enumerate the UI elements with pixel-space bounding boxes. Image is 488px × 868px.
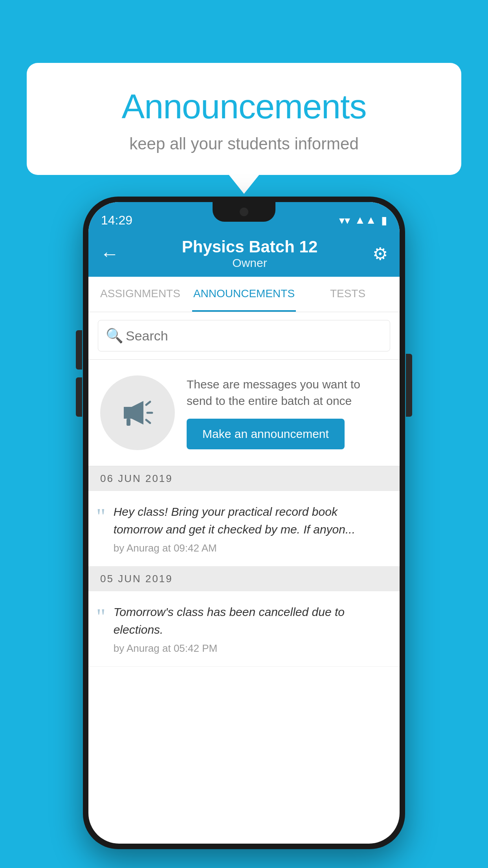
announcement-content-2: Tomorrow's class has been cancelled due … bbox=[114, 603, 388, 655]
settings-icon[interactable]: ⚙ bbox=[372, 244, 388, 264]
svg-line-2 bbox=[146, 402, 150, 405]
tab-announcements[interactable]: ANNOUNCEMENTS bbox=[192, 277, 296, 312]
app-bar-title: Physics Batch 12 bbox=[127, 237, 372, 256]
content-scroll: 🔍 bbox=[88, 312, 400, 844]
signal-icon: ▲▲ bbox=[355, 214, 376, 226]
announcement-item-1[interactable]: " Hey class! Bring your practical record… bbox=[88, 491, 400, 566]
announcement-prompt-text: These are messages you want to send to t… bbox=[187, 376, 388, 409]
phone-notch bbox=[213, 202, 275, 222]
status-time: 14:29 bbox=[101, 213, 132, 228]
back-button[interactable]: ← bbox=[100, 243, 119, 265]
make-announcement-button[interactable]: Make an announcement bbox=[187, 419, 345, 449]
announcement-meta-1: by Anurag at 09:42 AM bbox=[114, 542, 388, 554]
megaphone-icon bbox=[118, 393, 157, 432]
date-separator-jun5: 05 JUN 2019 bbox=[88, 566, 400, 591]
quote-icon-2: " bbox=[96, 605, 106, 655]
announcement-item-2[interactable]: " Tomorrow's class has been cancelled du… bbox=[88, 591, 400, 667]
side-button-volume-up bbox=[76, 330, 82, 370]
search-icon: 🔍 bbox=[106, 327, 123, 344]
date-separator-jun6: 06 JUN 2019 bbox=[88, 466, 400, 491]
announcement-text-2: Tomorrow's class has been cancelled due … bbox=[114, 603, 388, 638]
side-button-volume-down bbox=[76, 377, 82, 417]
tabs-bar: ASSIGNMENTS ANNOUNCEMENTS TESTS bbox=[88, 277, 400, 312]
wifi-icon: ▾▾ bbox=[339, 214, 350, 227]
svg-rect-1 bbox=[124, 407, 132, 419]
phone-outer-shell: 14:29 ▾▾ ▲▲ ▮ ← Physics Batch 12 Owner ⚙ bbox=[83, 197, 405, 849]
announcement-meta-2: by Anurag at 05:42 PM bbox=[114, 642, 388, 655]
speech-bubble-subtitle: keep all your students informed bbox=[46, 134, 442, 153]
phone-device: 14:29 ▾▾ ▲▲ ▮ ← Physics Batch 12 Owner ⚙ bbox=[83, 197, 405, 849]
announcement-content-1: Hey class! Bring your practical record b… bbox=[114, 503, 388, 554]
phone-screen-area: 14:29 ▾▾ ▲▲ ▮ ← Physics Batch 12 Owner ⚙ bbox=[88, 202, 400, 844]
status-icons: ▾▾ ▲▲ ▮ bbox=[339, 214, 387, 227]
megaphone-circle bbox=[100, 375, 175, 450]
battery-icon: ▮ bbox=[381, 214, 387, 227]
speech-bubble: Announcements keep all your students inf… bbox=[27, 63, 461, 175]
quote-icon-1: " bbox=[96, 505, 106, 554]
search-input[interactable] bbox=[98, 320, 390, 351]
search-container: 🔍 bbox=[88, 312, 400, 360]
side-button-power bbox=[406, 354, 412, 417]
phone-screen: 14:29 ▾▾ ▲▲ ▮ ← Physics Batch 12 Owner ⚙ bbox=[88, 202, 400, 844]
announcement-prompt-right: These are messages you want to send to t… bbox=[187, 376, 388, 449]
tab-assignments[interactable]: ASSIGNMENTS bbox=[88, 277, 192, 312]
announcement-prompt-card: These are messages you want to send to t… bbox=[88, 360, 400, 466]
speech-bubble-title: Announcements bbox=[46, 86, 442, 127]
svg-line-4 bbox=[146, 420, 150, 423]
search-wrapper: 🔍 bbox=[98, 320, 390, 351]
tab-tests[interactable]: TESTS bbox=[296, 277, 400, 312]
announcement-text-1: Hey class! Bring your practical record b… bbox=[114, 503, 388, 538]
speech-bubble-container: Announcements keep all your students inf… bbox=[27, 63, 461, 175]
app-bar-title-area: Physics Batch 12 Owner bbox=[127, 237, 372, 270]
app-bar: ← Physics Batch 12 Owner ⚙ bbox=[88, 230, 400, 277]
front-camera bbox=[240, 208, 248, 216]
app-bar-subtitle: Owner bbox=[127, 256, 372, 270]
svg-rect-5 bbox=[127, 419, 130, 426]
